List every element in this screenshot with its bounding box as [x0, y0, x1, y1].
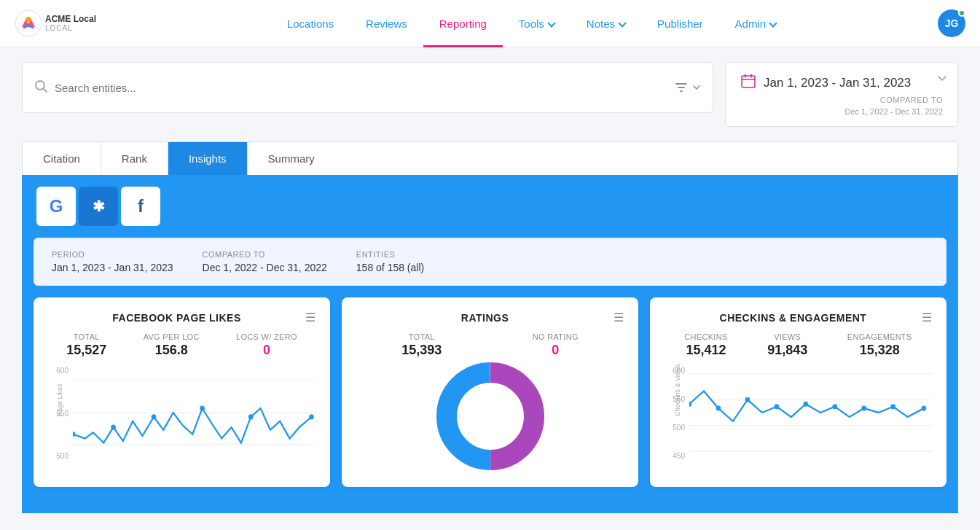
svg-point-0 [15, 10, 42, 36]
entities-label: ENTITIES [356, 250, 424, 259]
search-input[interactable] [55, 82, 675, 94]
svg-point-13 [152, 414, 157, 419]
card2-stats: TOTAL 15,393 NO RATING 0 [356, 332, 624, 358]
tab-insights[interactable]: Insights [168, 142, 248, 175]
stat-views: VIEWS 91,843 [767, 332, 807, 358]
svg-rect-4 [742, 76, 755, 87]
nav-reviews[interactable]: Reviews [350, 0, 423, 47]
checkins-chart: 600 550 500 450 [665, 365, 932, 460]
avatar-status-dot [958, 9, 965, 17]
svg-point-26 [745, 397, 750, 402]
svg-point-28 [804, 402, 809, 407]
compared-to-label: COMPARED TO [880, 96, 943, 104]
admin-dropdown-arrow [769, 19, 777, 27]
svg-point-16 [309, 414, 314, 419]
tab-summary[interactable]: Summary [248, 142, 335, 175]
info-period: PERIOD Jan 1, 2023 - Jan 31, 2023 [52, 250, 173, 273]
compared-to-value: Dec 1, 2022 - Dec 31, 2022 [203, 262, 327, 273]
source-tab-yelp[interactable]: ✱ [79, 187, 118, 226]
svg-point-31 [890, 404, 895, 409]
brand-name: ACME Local [45, 15, 96, 24]
stat-locs-zero: LOCS W/ ZERO 0 [236, 332, 297, 358]
tab-rank[interactable]: Rank [101, 142, 168, 175]
report-tabs: Citation Rank Insights Summary [22, 141, 958, 175]
stat-no-rating: NO RATING 0 [533, 332, 579, 358]
info-compared-to: COMPARED TO Dec 1, 2022 - Dec 31, 2022 [203, 250, 327, 273]
card2-menu[interactable]: ☰ [614, 312, 624, 324]
compared-to-label2: COMPARED TO [203, 250, 327, 259]
date-range-secondary: Dec 1, 2022 - Dec 31, 2022 [844, 107, 943, 116]
svg-point-19 [460, 386, 521, 447]
filter-icon [675, 81, 688, 94]
logo-icon [15, 9, 42, 37]
google-icon: G [50, 196, 63, 217]
svg-point-1 [26, 17, 31, 23]
cards-row: ☰ FACEBOOK PAGE LIKES TOTAL 15,527 AVG P… [22, 286, 958, 499]
svg-point-12 [111, 425, 116, 430]
calendar-icon [740, 73, 756, 93]
date-range-primary: Jan 1, 2023 - Jan 31, 2023 [764, 76, 911, 90]
card3-title: CHECKINS & ENGAGEMENT [665, 312, 932, 324]
svg-point-11 [73, 432, 75, 437]
facebook-icon: f [138, 196, 144, 217]
info-strip: PERIOD Jan 1, 2023 - Jan 31, 2023 COMPAR… [34, 238, 946, 286]
page-likes-chart: 600 550 500 [48, 365, 315, 460]
info-entities: ENTITIES 158 of 158 (all) [356, 250, 424, 273]
stat-total: TOTAL 15,527 [66, 332, 106, 358]
nav-tools[interactable]: Tools [503, 0, 571, 47]
main-content: Jan 1, 2023 - Jan 31, 2023 COMPARED TO D… [0, 47, 980, 528]
main-nav: Locations Reviews Reporting Tools Notes … [125, 0, 938, 47]
period-label: PERIOD [52, 250, 173, 259]
nav-reporting[interactable]: Reporting [423, 0, 503, 47]
card1-stats: TOTAL 15,527 AVG PER LOC 156.8 LOCS W/ Z… [48, 332, 315, 358]
svg-point-25 [716, 406, 721, 411]
yelp-icon: ✱ [93, 198, 105, 215]
svg-line-3 [44, 88, 47, 92]
svg-point-14 [200, 406, 205, 411]
card2-title: RATINGS [356, 312, 624, 324]
brand-sub: LOCAL [45, 24, 96, 32]
svg-point-27 [775, 404, 780, 409]
nav-publisher[interactable]: Publisher [641, 0, 719, 47]
source-tab-google[interactable]: G [36, 187, 76, 226]
nav-admin[interactable]: Admin [719, 0, 793, 47]
card1-menu[interactable]: ☰ [305, 312, 315, 324]
stat-checkins: CHECKINS 15,412 [684, 332, 727, 358]
search-box [22, 62, 713, 113]
filter-button[interactable] [675, 81, 701, 94]
ratings-donut-chart [356, 365, 624, 467]
user-avatar[interactable]: JG [938, 9, 965, 37]
chevron-down-icon [692, 83, 701, 92]
search-icon [34, 79, 47, 96]
svg-point-32 [922, 406, 927, 411]
nav-locations[interactable]: Locations [271, 0, 350, 47]
search-date-row: Jan 1, 2023 - Jan 31, 2023 COMPARED TO D… [22, 62, 958, 127]
checkins-engagement-card: ☰ CHECKINS & ENGAGEMENT CHECKINS 15,412 … [650, 297, 946, 487]
notes-dropdown-arrow [618, 19, 626, 27]
ratings-card: ☰ RATINGS TOTAL 15,393 NO RATING 0 [342, 297, 638, 487]
facebook-page-likes-card: ☰ FACEBOOK PAGE LIKES TOTAL 15,527 AVG P… [34, 297, 330, 487]
active-underline [423, 45, 503, 47]
logo[interactable]: ACME Local LOCAL [15, 9, 96, 37]
card3-menu[interactable]: ☰ [922, 312, 932, 324]
nav-notes[interactable]: Notes [571, 0, 641, 47]
header: ACME Local LOCAL Locations Reviews Repor… [0, 0, 980, 47]
entities-value: 158 of 158 (all) [356, 262, 424, 273]
stat-engagements: ENGAGEMENTS 15,328 [847, 332, 912, 358]
svg-point-30 [861, 406, 866, 411]
period-value: Jan 1, 2023 - Jan 31, 2023 [52, 262, 173, 273]
tab-citation[interactable]: Citation [23, 142, 101, 175]
svg-point-15 [248, 414, 254, 419]
stat-avg-per-loc: AVG PER LOC 156.8 [144, 332, 200, 358]
date-expand-button[interactable] [937, 73, 947, 86]
svg-point-29 [832, 404, 837, 409]
source-tabs: G ✱ f [22, 175, 958, 226]
insights-section: G ✱ f PERIOD Jan 1, 2023 - Jan 31, 2023 … [22, 175, 958, 513]
date-range-box: Jan 1, 2023 - Jan 31, 2023 COMPARED TO D… [725, 62, 958, 127]
source-tab-facebook[interactable]: f [121, 187, 160, 226]
y-axis-label-likes: Page Likes [56, 383, 63, 416]
card3-stats: CHECKINS 15,412 VIEWS 91,843 ENGAGEMENTS… [665, 332, 932, 358]
stat-ratings-total: TOTAL 15,393 [401, 332, 442, 358]
date-main: Jan 1, 2023 - Jan 31, 2023 [740, 73, 943, 93]
card1-title: FACEBOOK PAGE LIKES [48, 312, 315, 324]
